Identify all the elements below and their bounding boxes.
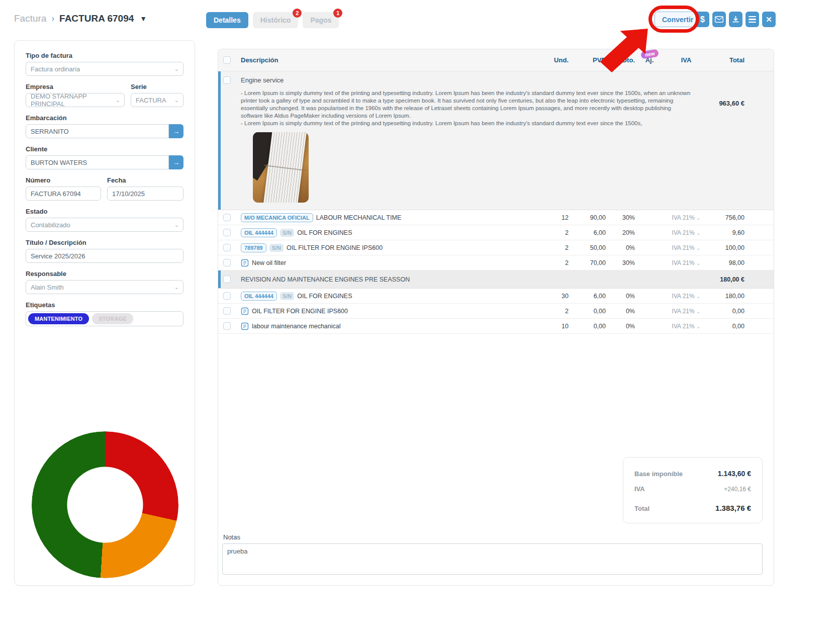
- tab-historico[interactable]: Histórico 2: [253, 12, 299, 28]
- iva-select[interactable]: IVA 21% ⌄: [664, 293, 708, 300]
- row-total: 9,60: [708, 229, 744, 236]
- menu-button[interactable]: [745, 12, 759, 27]
- serie-select[interactable]: FACTURA⌄: [131, 93, 183, 107]
- total-label: Total: [634, 505, 649, 512]
- cliente-open-button[interactable]: →: [169, 155, 183, 169]
- row-total: 0,00: [708, 308, 744, 315]
- table-header: Descripción Und. PVP Dto. Aj. IVA Total …: [218, 49, 774, 71]
- select-all-checkbox[interactable]: [223, 56, 231, 64]
- notas-textarea[interactable]: prueba: [222, 543, 763, 575]
- envelope-icon: [715, 16, 723, 23]
- line-items-panel: Descripción Und. PVP Dto. Aj. IVA Total …: [218, 49, 774, 586]
- sn-badge: S/N: [280, 292, 294, 300]
- col-pvp: PVP: [569, 56, 606, 64]
- group-title: Engine service: [241, 76, 284, 84]
- row-checkbox[interactable]: [223, 276, 231, 283]
- group-description: - Lorem Ipsum is simply dummy text of th…: [241, 89, 692, 127]
- email-button[interactable]: [712, 12, 726, 27]
- chevron-down-icon: ⌄: [696, 324, 700, 329]
- tab-detalles[interactable]: Detalles: [206, 12, 248, 28]
- table-row[interactable]: OIL 444444S/NOIL FOR ENGINES306,000%IVA …: [218, 289, 774, 304]
- table-row[interactable]: labour maintenance mechanical100,000%IVA…: [218, 319, 774, 334]
- titulo-label: Título / Descripción: [26, 239, 183, 246]
- row-checkbox[interactable]: [223, 259, 231, 266]
- close-icon: ✕: [766, 15, 772, 24]
- chevron-down-icon: ⌄: [174, 222, 179, 228]
- cliente-label: Cliente: [26, 145, 183, 153]
- fecha-input[interactable]: 17/10/2025: [107, 187, 183, 201]
- table-row[interactable]: 789789S/NOIL FILTER FOR ENGINE IPS600250…: [218, 240, 774, 255]
- embarcacion-input[interactable]: SERRANITO: [26, 124, 169, 138]
- cliente-input[interactable]: BURTON WATERS: [26, 155, 169, 169]
- document-icon: [241, 322, 249, 330]
- row-und: 10: [538, 323, 569, 330]
- row-total: 100,00: [708, 244, 744, 251]
- breadcrumb-separator-icon: ›: [51, 14, 54, 24]
- group-accent-bar: [218, 270, 221, 288]
- row-total: 0,00: [708, 323, 744, 330]
- arrow-right-icon: →: [173, 158, 180, 166]
- tipo-factura-select[interactable]: Factura ordinaria⌄: [26, 62, 183, 76]
- embarcacion-open-button[interactable]: →: [169, 124, 183, 138]
- row-description: labour maintenance mechanical: [252, 323, 341, 330]
- group-row[interactable]: Engine service- Lorem Ipsum is simply du…: [218, 71, 774, 210]
- row-checkbox[interactable]: [223, 229, 231, 236]
- group-row[interactable]: REVISION AND MAINTENANCE ENGINES PRE SEA…: [218, 270, 774, 289]
- tags-field[interactable]: MANTENIMIENTOSTORAGE: [26, 311, 183, 326]
- chevron-down-icon: ⌄: [174, 97, 179, 104]
- row-und: 12: [538, 214, 569, 221]
- col-iva: IVA: [664, 56, 708, 64]
- iva-select[interactable]: IVA 21% ⌄: [664, 308, 708, 315]
- row-checkbox[interactable]: [223, 76, 231, 84]
- toolbar-icon-buttons: $ ✕: [696, 12, 776, 27]
- breadcrumb-current: FACTURA 67094: [59, 13, 134, 24]
- payments-button[interactable]: $: [696, 12, 709, 27]
- download-icon: [732, 16, 739, 23]
- product-code-badge[interactable]: M/O MECANICA OFICIAL: [241, 213, 313, 222]
- estado-select[interactable]: Contabilizado⌄: [26, 218, 183, 232]
- numero-input[interactable]: FACTURA 67094: [26, 187, 101, 201]
- row-checkbox[interactable]: [223, 292, 231, 300]
- product-code-badge[interactable]: 789789: [241, 243, 266, 252]
- tag-pill[interactable]: MANTENIMIENTO: [28, 313, 89, 324]
- breadcrumb-section[interactable]: Factura: [14, 13, 46, 24]
- download-button[interactable]: [729, 12, 742, 27]
- iva-select[interactable]: IVA 21% ⌄: [664, 214, 708, 221]
- iva-select[interactable]: IVA 21% ⌄: [664, 323, 708, 330]
- chevron-down-icon: ⌄: [174, 66, 179, 72]
- document-icon: [241, 259, 249, 267]
- titulo-input[interactable]: Service 2025/2026: [26, 249, 183, 263]
- document-icon: [241, 307, 249, 315]
- iva-select[interactable]: IVA 21% ⌄: [664, 259, 708, 266]
- row-dto: 0%: [606, 323, 635, 330]
- convert-button[interactable]: Convertir: [655, 12, 701, 27]
- tag-pill[interactable]: STORAGE: [92, 313, 133, 324]
- arrow-right-icon: →: [173, 127, 180, 135]
- responsable-select[interactable]: Alain Smith⌄: [26, 280, 183, 294]
- row-checkbox[interactable]: [223, 244, 231, 251]
- row-checkbox[interactable]: [223, 214, 231, 221]
- chevron-down-icon: ⌄: [696, 260, 700, 266]
- embarcacion-label: Embarcación: [26, 114, 183, 122]
- table-row[interactable]: M/O MECANICA OFICIALLABOUR MECHANICAL TI…: [218, 210, 774, 225]
- tab-pagos[interactable]: Pagos 1: [303, 12, 339, 28]
- dollar-icon: $: [700, 15, 705, 24]
- row-checkbox[interactable]: [223, 307, 231, 315]
- row-checkbox[interactable]: [223, 322, 231, 330]
- attachment-photo[interactable]: [253, 132, 309, 203]
- description-line: - Lorem Ipsum is simply dummy text of th…: [241, 120, 692, 127]
- row-pvp: 0,00: [569, 323, 606, 330]
- product-code-badge[interactable]: OIL 444444: [241, 228, 277, 237]
- table-row[interactable]: New oil filter270,0030%IVA 21% ⌄98,00: [218, 255, 774, 270]
- totals-summary-box: Base imponible 1.143,60 € IVA +240,16 € …: [623, 457, 763, 523]
- empresa-select[interactable]: DEMO STARNAPP PRINCIPAL⌄: [26, 93, 125, 107]
- chevron-down-icon[interactable]: ▼: [140, 15, 147, 23]
- chevron-down-icon: ⌄: [696, 309, 700, 314]
- historico-count-badge: 2: [293, 9, 302, 18]
- product-code-badge[interactable]: OIL 444444: [241, 292, 277, 301]
- table-row[interactable]: OIL FILTER FOR ENGINE IPS60020,000%IVA 2…: [218, 304, 774, 319]
- close-button[interactable]: ✕: [762, 12, 776, 27]
- table-row[interactable]: OIL 444444S/NOIL FOR ENGINES26,0020%IVA …: [218, 225, 774, 240]
- iva-select[interactable]: IVA 21% ⌄: [664, 244, 708, 251]
- iva-select[interactable]: IVA 21% ⌄: [664, 229, 708, 236]
